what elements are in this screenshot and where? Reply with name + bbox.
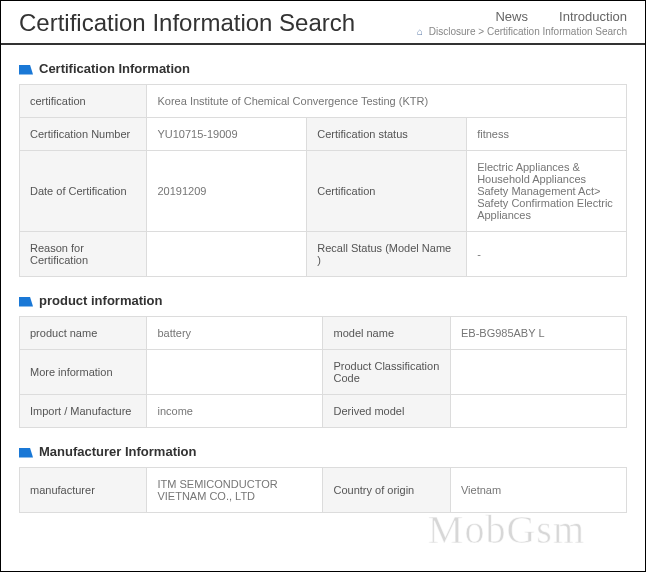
cert-certification-label: certification xyxy=(20,85,147,118)
cert-number-label: Certification Number xyxy=(20,118,147,151)
product-name-value: battery xyxy=(147,317,323,350)
manufacturer-value: ITM SEMICONDUCTOR VIETNAM CO., LTD xyxy=(147,468,323,513)
cert-certification-value: Korea Institute of Chemical Convergence … xyxy=(147,85,627,118)
section-title-product: product information xyxy=(19,293,627,308)
cert-recall-value: - xyxy=(467,232,627,277)
more-info-value xyxy=(147,350,323,395)
more-info-label: More information xyxy=(20,350,147,395)
derived-value xyxy=(450,395,626,428)
country-label: Country of origin xyxy=(323,468,450,513)
nav-introduction[interactable]: Introduction xyxy=(559,9,627,24)
cert-recall-label: Recall Status (Model Name ) xyxy=(307,232,467,277)
cert-status-label: Certification status xyxy=(307,118,467,151)
section-title-manufacturer: Manufacturer Information xyxy=(19,444,627,459)
cert-type-value: Electric Appliances & Household Applianc… xyxy=(467,151,627,232)
cert-number-value: YU10715-19009 xyxy=(147,118,307,151)
model-name-label: model name xyxy=(323,317,450,350)
home-icon[interactable]: ⌂ xyxy=(417,26,423,37)
manufacturer-info-table: manufacturer ITM SEMICONDUCTOR VIETNAM C… xyxy=(19,467,627,513)
product-info-table: product name battery model name EB-BG985… xyxy=(19,316,627,428)
model-name-value: EB-BG985ABY L xyxy=(450,317,626,350)
product-name-label: product name xyxy=(20,317,147,350)
cert-reason-value xyxy=(147,232,307,277)
cert-info-table: certification Korea Institute of Chemica… xyxy=(19,84,627,277)
cert-status-value[interactable]: fitness xyxy=(467,118,627,151)
breadcrumb-disclosure[interactable]: Disclosure xyxy=(429,26,476,37)
class-code-label: Product Classification Code xyxy=(323,350,450,395)
import-value: income xyxy=(147,395,323,428)
section-title-cert: Certification Information xyxy=(19,61,627,76)
breadcrumb-current: Certification Information Search xyxy=(487,26,627,37)
country-value: Vietnam xyxy=(450,468,626,513)
breadcrumb: ⌂ Disclosure > Certification Information… xyxy=(417,26,627,37)
watermark: MobGsm xyxy=(428,506,585,553)
manufacturer-label: manufacturer xyxy=(20,468,147,513)
page-title: Certification Information Search xyxy=(19,9,355,37)
class-code-value xyxy=(450,350,626,395)
cert-reason-label: Reason for Certification xyxy=(20,232,147,277)
cert-date-label: Date of Certification xyxy=(20,151,147,232)
cert-type-label: Certification xyxy=(307,151,467,232)
top-nav: News Introduction ⌂ Disclosure > Certifi… xyxy=(417,9,627,37)
derived-label: Derived model xyxy=(323,395,450,428)
nav-news[interactable]: News xyxy=(495,9,528,24)
import-label: Import / Manufacture xyxy=(20,395,147,428)
breadcrumb-sep: > xyxy=(478,26,484,37)
cert-date-value: 20191209 xyxy=(147,151,307,232)
